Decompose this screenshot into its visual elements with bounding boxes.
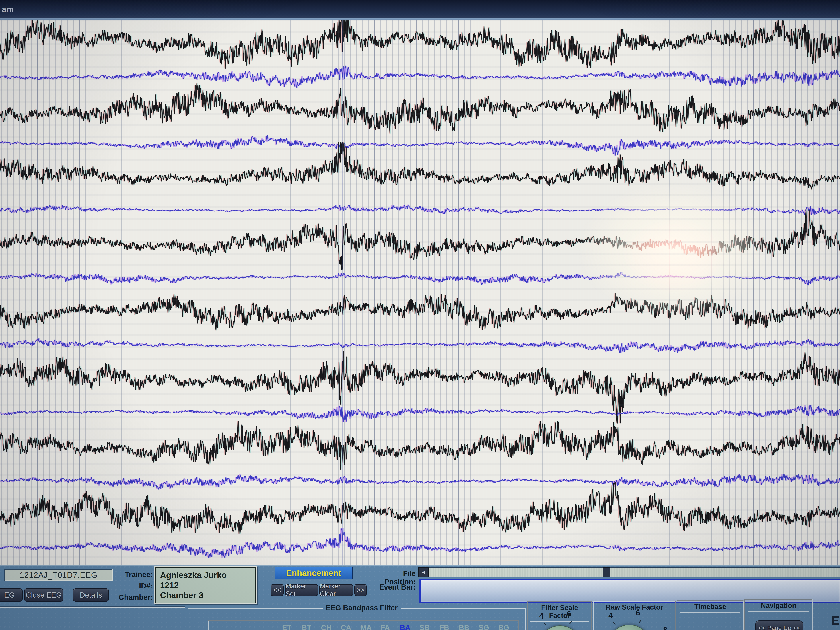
raw-scale-title: Raw Scale Factor — [596, 603, 673, 613]
marker-clear-button[interactable]: Marker Clear — [319, 584, 353, 596]
trainee-id-value: 1212 — [160, 581, 254, 589]
raw-tick-6: 6 — [636, 608, 640, 617]
id-label: ID#: — [113, 582, 153, 590]
marker-clear-label: Marker Clear — [320, 583, 353, 598]
navigation-panel: Navigation << Page Up << — [744, 599, 813, 630]
timebase-inner-box: 15sec30sec — [688, 627, 739, 630]
filter-tick-4: 4 — [539, 612, 543, 621]
channel-tab-bb[interactable]: BB — [459, 624, 469, 630]
channel-tab-ma[interactable]: MA — [360, 624, 371, 630]
open-eeg-button-partial[interactable]: EG — [0, 589, 23, 602]
marker-forward-button[interactable]: >> — [354, 584, 367, 596]
file-position-slider[interactable]: ◄ — [418, 567, 840, 578]
edge-button-fragment[interactable]: E — [831, 614, 839, 627]
marker-forward-label: >> — [357, 586, 365, 594]
close-eeg-button[interactable]: Close EEG — [24, 589, 63, 602]
knob-tick — [613, 622, 616, 625]
channel-tab-et[interactable]: ET — [282, 624, 292, 630]
channel-tab-row: ETBTCHCAMAFABASBFBBBSGBG — [282, 624, 508, 630]
channel-tab-ba[interactable]: BA — [400, 624, 410, 630]
filename-text: 1212AJ_T01D7.EEG — [20, 571, 98, 580]
knob-tick — [544, 623, 546, 625]
open-eeg-label-fragment: EG — [4, 591, 15, 599]
channel-tab-bg[interactable]: BG — [498, 624, 508, 630]
marker-set-button[interactable]: Marker Set — [285, 584, 318, 596]
details-label: Details — [80, 591, 102, 599]
navigation-title: Navigation — [748, 602, 809, 612]
marker-set-label: Marker Set — [286, 583, 318, 598]
trainee-label: Trainee: — [113, 571, 153, 579]
timebase-panel: Timebase 15sec30sec — [677, 600, 744, 630]
file-position-thumb[interactable] — [603, 567, 610, 577]
channel-tab-fa[interactable]: FA — [380, 624, 390, 630]
title-bar: am — [0, 0, 840, 18]
channel-tab-ca[interactable]: CA — [341, 624, 351, 630]
raw-scale-panel: Raw Scale Factor 4 6 8 — [593, 601, 676, 630]
eeg-trace-area — [0, 20, 840, 565]
trainee-info-box: Agnieszka Jurko 1212 Chamber 3 — [155, 567, 256, 603]
control-panel: 1212AJ_T01D7.EEG EG Close EEG Details Tr… — [0, 565, 840, 630]
filter-tick-6: 6 — [567, 609, 571, 618]
page-up-label: << Page Up << — [758, 624, 801, 630]
raw-tick-4: 4 — [608, 611, 613, 620]
left-separator-groove — [0, 606, 185, 608]
filter-scale-knob[interactable] — [538, 625, 581, 630]
channel-tab-bt[interactable]: BT — [301, 624, 311, 630]
timebase-options: 15sec30sec — [688, 627, 739, 630]
eeg-waveform-canvas — [0, 20, 840, 565]
marker-back-label: << — [273, 586, 281, 594]
raw-tick-8: 8 — [663, 625, 667, 630]
trainee-chamber-value: Chamber 3 — [160, 591, 254, 599]
enhancement-label: Enhancement — [286, 568, 341, 578]
trainee-name-value: Agnieszka Jurko — [160, 571, 254, 579]
page-up-button[interactable]: << Page Up << — [755, 621, 803, 630]
filter-scale-panel: Filter Scale Factor 4 6 — [527, 602, 592, 630]
channel-tab-sg[interactable]: SG — [478, 624, 489, 630]
channel-tab-ch[interactable]: CH — [321, 624, 331, 630]
timebase-title: Timebase — [680, 603, 741, 613]
marker-back-button[interactable]: << — [270, 584, 284, 596]
bandpass-title: EEG Bandpass Filter — [323, 604, 401, 612]
left-arrow-icon: ◄ — [421, 569, 426, 575]
slider-left-arrow-button[interactable]: ◄ — [418, 567, 429, 577]
knob-tick — [639, 620, 641, 623]
event-bar-label: Event Bar: — [372, 583, 415, 591]
enhancement-button[interactable]: Enhancement — [275, 567, 352, 579]
titlebar-divider — [0, 18, 840, 20]
filename-field[interactable]: 1212AJ_T01D7.EEG — [5, 569, 113, 581]
window-title-fragment: am — [2, 5, 14, 14]
channel-tab-fb[interactable]: FB — [439, 624, 449, 630]
chamber-label: Chamber: — [113, 593, 153, 602]
close-eeg-label: Close EEG — [26, 591, 62, 599]
raw-scale-knob[interactable] — [608, 625, 651, 630]
details-button[interactable]: Details — [73, 589, 109, 602]
channel-tab-sb[interactable]: SB — [420, 624, 429, 630]
